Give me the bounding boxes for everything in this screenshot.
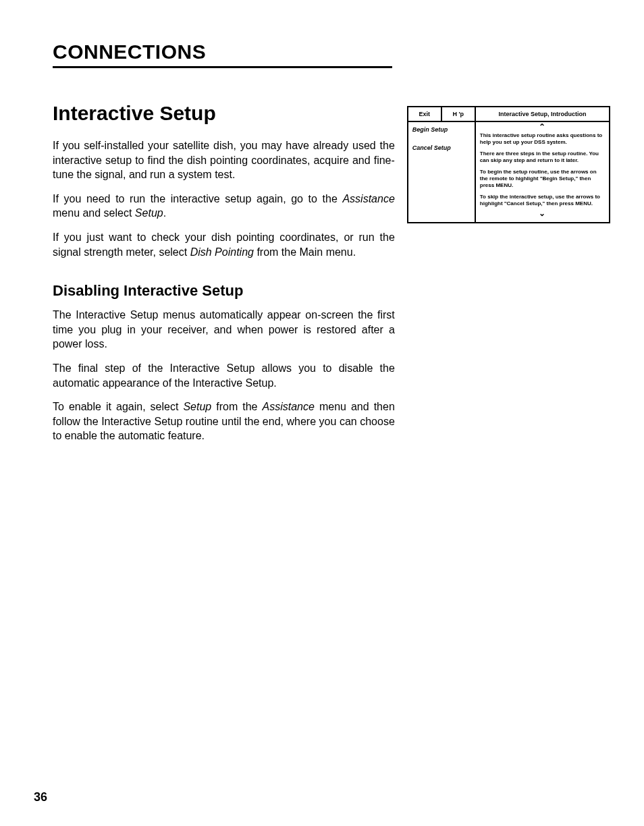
scroll-up-icon[interactable]: ⌃ (480, 123, 605, 130)
osd-right-body: ⌃ This interactive setup routine asks qu… (476, 122, 609, 222)
italic-term: Dish Pointing (190, 246, 254, 258)
osd-text: There are three steps in the setup routi… (480, 150, 605, 163)
chapter-rule (53, 66, 392, 68)
osd-left-panel: Exit H 'p Begin Setup Cancel Setup (408, 107, 476, 222)
osd-tab-exit[interactable]: Exit (408, 107, 441, 121)
osd-right-title: Interactive Setup, Introduction (476, 107, 609, 122)
text-run: menu and select (53, 207, 135, 219)
page-number: 36 (34, 790, 47, 804)
body-paragraph: If you self-installed your satellite dis… (53, 138, 395, 182)
section-title-interactive-setup: Interactive Setup (53, 102, 395, 125)
italic-term: Assistance (342, 193, 394, 204)
content-row: Interactive Setup If you self-installed … (53, 102, 610, 453)
osd-right-panel: Interactive Setup, Introduction ⌃ This i… (476, 107, 609, 222)
osd-tab-help[interactable]: H 'p (441, 107, 475, 121)
osd-text: This interactive setup routine asks ques… (480, 132, 605, 145)
chapter-title: CONNECTIONS (53, 40, 610, 63)
body-paragraph: The final step of the Interactive Setup … (53, 361, 395, 390)
osd-left-tabs: Exit H 'p (408, 107, 475, 122)
text-column: Interactive Setup If you self-installed … (53, 102, 395, 453)
page: CONNECTIONS Interactive Setup If you sel… (0, 0, 644, 826)
osd-figure-inner: Exit H 'p Begin Setup Cancel Setup Inter… (408, 107, 609, 222)
italic-term: Setup (135, 207, 163, 219)
body-paragraph: To enable it again, select Setup from th… (53, 400, 395, 443)
italic-term: Setup (183, 401, 211, 412)
body-paragraph: If you need to run the interactive setup… (53, 192, 395, 221)
osd-left-menu: Begin Setup Cancel Setup (408, 122, 475, 222)
osd-figure: Exit H 'p Begin Setup Cancel Setup Inter… (407, 106, 610, 223)
osd-text: To begin the setup routine, use the arro… (480, 169, 605, 188)
text-run: If you need to run the interactive setup… (53, 193, 342, 204)
section-title-disabling: Disabling Interactive Setup (53, 282, 395, 300)
body-paragraph: The Interactive Setup menus automaticall… (53, 308, 395, 352)
text-run: from the (211, 401, 262, 412)
italic-term: Assistance (263, 401, 315, 412)
osd-menu-item-cancel[interactable]: Cancel Setup (412, 144, 471, 152)
body-paragraph: If you just want to check your dish poin… (53, 230, 395, 259)
text-run: . (163, 207, 166, 219)
osd-menu-item-begin[interactable]: Begin Setup (412, 126, 471, 134)
scroll-down-icon[interactable]: ⌄ (480, 210, 605, 217)
osd-text: To skip the interactive setup, use the a… (480, 194, 605, 206)
text-run: To enable it again, select (53, 401, 183, 412)
text-run: from the Main menu. (254, 246, 356, 258)
